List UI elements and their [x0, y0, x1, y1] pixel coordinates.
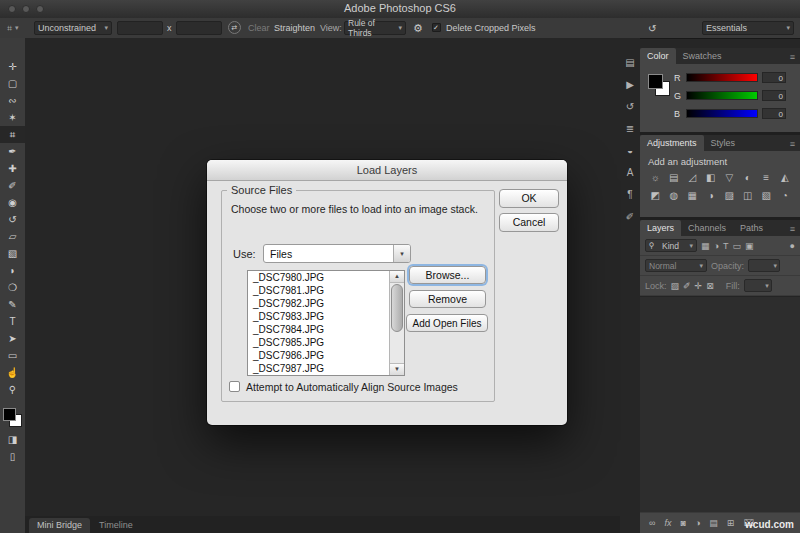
dock-history-icon[interactable]: ↺ [620, 97, 640, 116]
use-dropdown[interactable]: Files ▾ [263, 244, 411, 263]
dock-info-icon[interactable]: ◒ [620, 141, 640, 160]
panel-menu-icon[interactable]: ≡ [790, 139, 800, 151]
dock-paragraph-icon[interactable]: ¶ [620, 185, 640, 204]
panel-menu-icon[interactable]: ≡ [790, 224, 800, 236]
remove-button[interactable]: Remove [409, 290, 486, 308]
crop-tool-preset-icon[interactable]: ⌗ ▾ [7, 21, 19, 35]
link-layers-icon[interactable]: ∞ [649, 518, 655, 528]
vibrance-icon[interactable]: ▽ [720, 171, 739, 185]
type-tool[interactable]: T [0, 313, 25, 330]
auto-align-checkbox[interactable] [229, 381, 240, 392]
layer-group-icon[interactable]: ▤ [709, 518, 718, 528]
move-tool[interactable]: ✛ [0, 58, 25, 75]
history-brush-tool[interactable]: ↺ [0, 211, 25, 228]
blue-slider[interactable] [686, 109, 758, 118]
layer-effects-icon[interactable]: fx [664, 518, 671, 528]
selective-color-icon[interactable]: ◔ [776, 189, 795, 203]
scrollbar-thumb[interactable] [391, 284, 403, 332]
filter-toggle-icon[interactable]: ● [790, 241, 795, 251]
black-white-icon[interactable]: ◭ [776, 171, 795, 185]
crop-width-field[interactable] [117, 21, 163, 35]
brush-tool[interactable]: ✐ [0, 177, 25, 194]
tab-swatches[interactable]: Swatches [676, 48, 729, 64]
hue-saturation-icon[interactable]: ◐ [739, 171, 758, 185]
dock-mini-bridge-icon[interactable]: ▤ [620, 53, 640, 72]
lock-move-icon[interactable]: ✛ [695, 281, 703, 291]
adjustment-layer-icon[interactable]: ◑ [695, 518, 700, 528]
foreground-color-swatch[interactable] [3, 408, 16, 421]
file-list-item[interactable]: _DSC7986.JPG [248, 349, 404, 362]
dialog-titlebar[interactable]: Load Layers [207, 160, 567, 181]
quick-selection-tool[interactable]: ✶ [0, 109, 25, 126]
layer-filter-kind-dropdown[interactable]: ⚲ Kind ▾ [645, 239, 697, 252]
dock-character-icon[interactable]: A [620, 163, 640, 182]
rectangular-marquee-tool[interactable]: ▢ [0, 75, 25, 92]
tab-channels[interactable]: Channels [681, 220, 733, 236]
dock-properties-icon[interactable]: ≣ [620, 119, 640, 138]
scroll-down-icon[interactable]: ▼ [390, 363, 404, 375]
blur-tool[interactable]: ◗ [0, 262, 25, 279]
file-list-item[interactable]: _DSC7980.JPG [248, 271, 404, 284]
straighten-button[interactable]: Straighten [274, 21, 315, 35]
curves-icon[interactable]: ◿ [683, 171, 702, 185]
lock-transparency-icon[interactable]: ▨ [671, 281, 680, 291]
threshold-icon[interactable]: ◫ [739, 189, 758, 203]
opacity-field[interactable]: ▾ [748, 259, 780, 272]
red-slider[interactable] [686, 73, 758, 82]
posterize-icon[interactable]: ▨ [720, 189, 739, 203]
screen-mode-button[interactable]: ▯ [0, 448, 25, 465]
panel-menu-icon[interactable]: ≡ [790, 52, 800, 64]
delete-cropped-checkbox[interactable]: ✓ [432, 23, 441, 32]
green-slider[interactable] [686, 91, 758, 100]
tab-adjustments[interactable]: Adjustments [640, 135, 704, 151]
swap-dimensions-button[interactable]: ⇄ [228, 21, 241, 34]
workspace-switcher-dropdown[interactable]: Essentials ▾ [702, 21, 794, 35]
red-value-field[interactable]: 0 [762, 72, 786, 83]
brightness-contrast-icon[interactable]: ☼ [646, 171, 665, 185]
quick-mask-button[interactable]: ◨ [0, 431, 25, 448]
cycle-view-icon[interactable]: ↺ [648, 21, 656, 35]
pen-tool[interactable]: ✎ [0, 296, 25, 313]
ok-button[interactable]: OK [499, 189, 559, 208]
color-balance-icon[interactable]: ≡ [757, 171, 776, 185]
timeline-tab[interactable]: Timeline [91, 518, 141, 533]
green-value-field[interactable]: 0 [762, 90, 786, 101]
add-open-files-button[interactable]: Add Open Files [406, 314, 488, 332]
invert-icon[interactable]: ◑ [702, 189, 721, 203]
gear-icon[interactable]: ⚙ [413, 21, 423, 35]
titlebar[interactable]: Adobe Photoshop CS6 [0, 0, 800, 19]
crop-tool[interactable]: ⌗ [0, 126, 25, 143]
zoom-tool[interactable]: ⚲ [0, 381, 25, 398]
spot-healing-brush-tool[interactable]: ✚ [0, 160, 25, 177]
filter-shape-layers-icon[interactable]: ▭ [732, 241, 741, 251]
file-list-item[interactable]: _DSC7987.JPG [248, 362, 404, 375]
fill-field[interactable]: ▾ [744, 279, 772, 292]
file-list-item[interactable]: _DSC7984.JPG [248, 323, 404, 336]
crop-height-field[interactable] [176, 21, 222, 35]
mini-bridge-tab[interactable]: Mini Bridge [29, 518, 90, 533]
tab-color[interactable]: Color [640, 48, 676, 64]
gradient-tool[interactable]: ▧ [0, 245, 25, 262]
file-list-item[interactable]: _DSC7983.JPG [248, 310, 404, 323]
minimize-window-button[interactable] [22, 5, 30, 13]
crop-preset-dropdown[interactable]: Unconstrained ▾ [34, 21, 112, 35]
filter-adjustment-layers-icon[interactable]: ◑ [714, 241, 719, 251]
levels-icon[interactable]: ▤ [665, 171, 684, 185]
tab-styles[interactable]: Styles [704, 135, 743, 151]
tab-paths[interactable]: Paths [733, 220, 770, 236]
dock-brush-icon[interactable]: ✐ [620, 207, 640, 226]
browse-button[interactable]: Browse... [409, 266, 486, 284]
lock-all-icon[interactable]: ⊠ [706, 281, 714, 291]
file-list-item[interactable]: _DSC7981.JPG [248, 284, 404, 297]
crop-overlay-dropdown[interactable]: Rule of Thirds ▾ [344, 21, 406, 35]
exposure-icon[interactable]: ◧ [702, 171, 721, 185]
new-layer-icon[interactable]: ⊞ [727, 518, 735, 528]
layers-list-area[interactable] [640, 296, 800, 513]
blue-value-field[interactable]: 0 [762, 108, 786, 119]
lasso-tool[interactable]: ∾ [0, 92, 25, 109]
clear-button[interactable]: Clear [248, 21, 270, 35]
layer-mask-icon[interactable]: ◙ [680, 518, 685, 528]
eyedropper-tool[interactable]: ✒ [0, 143, 25, 160]
dock-actions-icon[interactable]: ▶ [620, 75, 640, 94]
rectangle-tool[interactable]: ▭ [0, 347, 25, 364]
